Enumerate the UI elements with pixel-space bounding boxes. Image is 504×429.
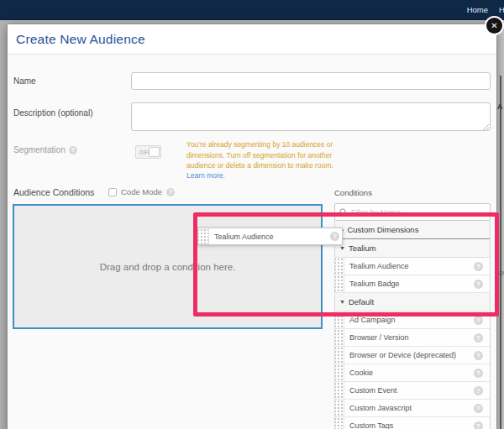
help-icon[interactable]: ?: [474, 316, 483, 325]
close-button[interactable]: ✕: [485, 16, 504, 35]
condition-item[interactable]: Ad Campaign?: [335, 311, 490, 329]
condition-item-label: Custom Tags: [344, 421, 474, 429]
create-audience-modal: Create New Audience Name Description (op…: [7, 24, 497, 429]
background-divider: [500, 76, 501, 429]
audience-conditions-heading: Audience Conditions: [13, 187, 94, 197]
code-mode-checkbox[interactable]: [108, 188, 117, 196]
help-icon[interactable]: ?: [474, 262, 483, 271]
background-text-fragment: A: [497, 102, 503, 111]
conditions-heading: Conditions: [334, 188, 372, 197]
drag-handle-icon[interactable]: [198, 228, 209, 244]
drag-handle-icon[interactable]: [335, 275, 344, 292]
toggle-knob: [149, 147, 160, 157]
condition-group-label: Custom Dimensions: [347, 225, 418, 234]
dropzone-hint: Drag and drop a condition here.: [100, 262, 236, 272]
background-text-fragment: Se: [497, 269, 504, 277]
condition-group-label: Default: [349, 297, 374, 306]
dragged-condition-label: Tealium Audience: [209, 233, 330, 241]
segmentation-warning: You're already segmenting by 10 audience…: [186, 139, 342, 171]
condition-item-label: Cookie: [344, 369, 474, 377]
condition-item[interactable]: Custom Tags?: [335, 417, 490, 429]
condition-group-header[interactable]: ▶Custom Dimensions: [335, 221, 490, 239]
condition-item[interactable]: Tealium Audience?: [335, 258, 490, 275]
name-label: Name: [13, 76, 36, 86]
dragged-condition[interactable]: Tealium Audience ?: [197, 228, 343, 245]
drag-handle-icon[interactable]: [335, 311, 344, 328]
help-icon[interactable]: ?: [474, 421, 483, 429]
condition-item-label: Custom Event: [344, 386, 474, 395]
condition-item-label: Ad Campaign: [344, 316, 474, 324]
background-page-strip: A Se: [497, 20, 504, 429]
help-icon[interactable]: ?: [474, 404, 483, 413]
code-mode-label: Code Mode: [121, 187, 162, 196]
help-icon[interactable]: ?: [474, 280, 483, 289]
conditions-panel: ▶Custom Dimensions▼TealiumTealium Audien…: [334, 203, 491, 429]
help-icon[interactable]: ?: [330, 232, 339, 241]
condition-item-label: Tealium Audience: [344, 262, 474, 270]
condition-item-label: Browser / Version: [344, 333, 474, 342]
condition-item[interactable]: Cookie?: [335, 364, 490, 382]
code-mode-row: Code Mode ?: [108, 187, 175, 196]
condition-item[interactable]: Tealium Badge?: [335, 275, 490, 293]
condition-group-header[interactable]: ▼Default: [335, 293, 490, 311]
condition-item[interactable]: Custom Javascript?: [335, 400, 490, 417]
help-icon[interactable]: ?: [474, 333, 483, 343]
condition-item[interactable]: Browser or Device (deprecated)?: [335, 347, 490, 364]
caret-down-icon: ▼: [339, 245, 345, 251]
modal-title: Create New Audience: [16, 32, 145, 47]
drag-handle-icon[interactable]: [335, 417, 344, 429]
segmentation-label: Segmentation: [13, 145, 66, 154]
help-icon[interactable]: ?: [474, 386, 483, 395]
condition-group-header[interactable]: ▼Tealium: [335, 239, 490, 258]
caret-down-icon: ▼: [339, 299, 345, 305]
segmentation-label-row: Segmentation ?: [13, 145, 77, 154]
segmentation-toggle[interactable]: OFF: [135, 145, 161, 159]
search-icon: [339, 208, 348, 217]
help-icon[interactable]: ?: [166, 188, 175, 196]
condition-dropzone[interactable]: Drag and drop a condition here.: [13, 204, 323, 329]
modal-header: Create New Audience: [8, 24, 496, 55]
conditions-search: [334, 203, 491, 221]
condition-group-label: Tealium: [349, 243, 376, 253]
condition-item[interactable]: Custom Event?: [335, 382, 490, 400]
drag-handle-icon[interactable]: [335, 400, 344, 416]
help-icon[interactable]: ?: [474, 369, 483, 378]
close-icon: ✕: [491, 21, 497, 30]
top-navbar: Home H: [0, 0, 504, 20]
learn-more-link[interactable]: Learn more.: [186, 171, 225, 180]
search-input[interactable]: [351, 205, 486, 219]
condition-item-label: Tealium Badge: [344, 280, 474, 288]
drag-handle-icon[interactable]: [335, 364, 344, 381]
drag-handle-icon[interactable]: [335, 347, 344, 364]
nav-truncated-link[interactable]: H: [499, 5, 504, 14]
name-input[interactable]: [131, 72, 491, 90]
condition-item-label: Custom Javascript: [344, 404, 474, 412]
condition-item[interactable]: Browser / Version?: [335, 329, 490, 347]
drag-handle-icon[interactable]: [335, 329, 344, 346]
help-icon[interactable]: ?: [474, 351, 483, 360]
description-label: Description (optional): [13, 108, 93, 118]
help-icon[interactable]: ?: [69, 146, 77, 154]
nav-home-link[interactable]: Home: [467, 5, 488, 14]
description-textarea[interactable]: [131, 102, 491, 131]
drag-handle-icon[interactable]: [335, 258, 344, 275]
drag-handle-icon[interactable]: [335, 382, 344, 399]
conditions-list: ▶Custom Dimensions▼TealiumTealium Audien…: [334, 221, 491, 429]
condition-item-label: Browser or Device (deprecated): [344, 351, 474, 359]
